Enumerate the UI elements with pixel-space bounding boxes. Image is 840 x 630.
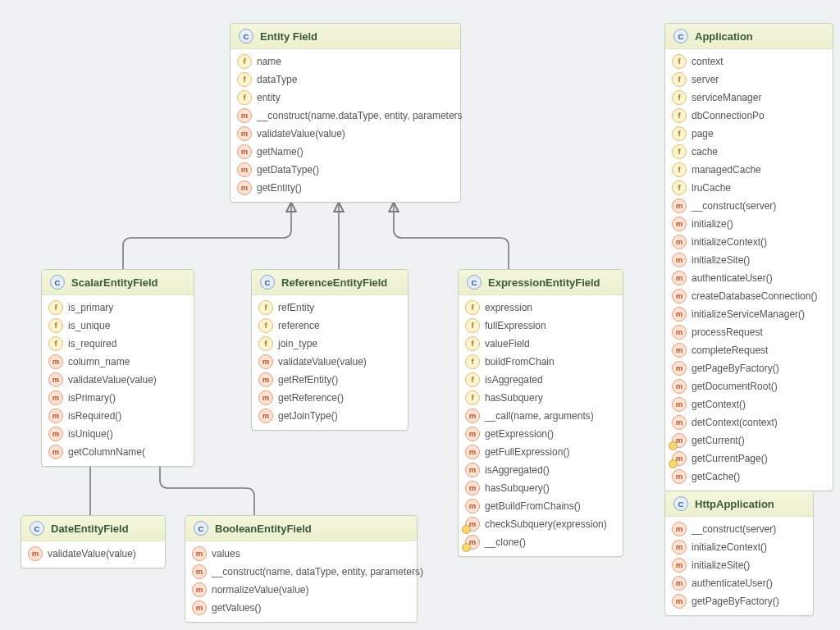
field-member[interactable]: fis_unique: [47, 317, 189, 335]
field-member[interactable]: fcontext: [670, 52, 828, 71]
field-member[interactable]: ffullExpression: [463, 317, 618, 335]
method-member[interactable]: mgetDocumentRoot(): [670, 377, 828, 395]
field-member[interactable]: fvalueField: [463, 335, 618, 353]
class-entityField[interactable]: CEntity FieldfnamefdataTypefentitym__con…: [230, 23, 461, 203]
method-member[interactable]: minitializeServiceManager(): [670, 305, 828, 323]
method-member[interactable]: mgetCurrent(): [670, 431, 828, 450]
field-member[interactable]: freference: [257, 317, 403, 335]
field-member[interactable]: flruCache: [670, 179, 828, 197]
method-member[interactable]: mdetContext(context): [670, 413, 828, 431]
method-member[interactable]: mprocessRequest: [670, 323, 828, 341]
method-member[interactable]: mvalidateValue(value): [26, 545, 160, 563]
field-member[interactable]: fmanagedCache: [670, 161, 828, 179]
method-member[interactable]: mgetJoinType(): [257, 407, 403, 425]
field-member[interactable]: fis_primary: [47, 299, 189, 317]
class-date[interactable]: CDateEntityFieldmvalidateValue(value): [21, 515, 166, 568]
field-member[interactable]: fisAggregated: [463, 371, 618, 389]
method-member[interactable]: mvalidateValue(value): [47, 371, 189, 389]
method-member[interactable]: m__call(name, arguments): [463, 407, 618, 425]
method-member[interactable]: minitializeSite(): [670, 251, 828, 269]
method-member[interactable]: m__construct(name, dataType, entity, par…: [190, 563, 412, 581]
method-member[interactable]: mvalues: [190, 545, 412, 563]
method-member[interactable]: misPrimary(): [47, 389, 189, 407]
method-member[interactable]: mvalidateValue(value): [257, 353, 403, 371]
class-boolean[interactable]: CBooleanEntityFieldmvaluesm__construct(n…: [185, 515, 418, 623]
method-member[interactable]: m__construct(name.dataType, entity, para…: [235, 107, 455, 125]
member-label: getRefEntity(): [278, 373, 338, 386]
class-header[interactable]: CApplication: [665, 24, 833, 49]
field-member[interactable]: fexpression: [463, 299, 618, 317]
field-member[interactable]: fpage: [670, 125, 828, 143]
field-member[interactable]: fhasSubquery: [463, 389, 618, 407]
method-member[interactable]: mcompleteRequest: [670, 341, 828, 359]
field-member[interactable]: fserviceManager: [670, 89, 828, 107]
field-member[interactable]: frefEntity: [257, 299, 403, 317]
field-member[interactable]: fbuildFromChain: [463, 353, 618, 371]
method-member[interactable]: misUnique(): [47, 425, 189, 443]
method-member[interactable]: mgetPageByFactory(): [670, 592, 808, 610]
field-member[interactable]: fjoin_type: [257, 335, 403, 353]
field-member[interactable]: fcache: [670, 143, 828, 161]
method-member[interactable]: mvalidateValue(value): [235, 125, 455, 143]
method-member[interactable]: mcheckSubquery(expression): [463, 515, 618, 533]
class-header[interactable]: CReferenceEntityField: [252, 270, 408, 295]
method-member[interactable]: m__construct(server): [670, 520, 808, 538]
class-header[interactable]: CHttpApplication: [665, 491, 813, 517]
class-scalar[interactable]: CScalarEntityFieldfis_primaryfis_uniquef…: [41, 269, 194, 467]
class-header[interactable]: CExpressionEntityField: [459, 270, 623, 295]
member-label: page: [692, 127, 714, 140]
method-member[interactable]: misAggregated(): [463, 461, 618, 479]
class-title: DateEntityField: [51, 523, 129, 535]
method-member[interactable]: mgetPageByFactory(): [670, 359, 828, 377]
method-member[interactable]: mgetRefEntity(): [257, 371, 403, 389]
field-member[interactable]: fdbConnectionPo: [670, 107, 828, 125]
field-icon: f: [465, 390, 480, 405]
method-icon: m: [237, 108, 252, 123]
field-member[interactable]: fserver: [670, 71, 828, 89]
field-member[interactable]: fentity: [235, 89, 455, 107]
field-member[interactable]: fdataType: [235, 71, 455, 89]
method-member[interactable]: mnormalizeValue(value): [190, 581, 412, 599]
method-member[interactable]: mauthenticateUser(): [670, 269, 828, 287]
method-member[interactable]: minitializeContext(): [670, 538, 808, 556]
method-icon: m: [237, 126, 252, 141]
method-member[interactable]: mgetColumnName(: [47, 443, 189, 461]
method-member[interactable]: minitializeSite(): [670, 556, 808, 574]
method-member[interactable]: mgetDataType(): [235, 161, 455, 179]
field-icon: f: [48, 300, 63, 315]
member-label: getName(): [257, 145, 304, 158]
method-member[interactable]: mgetFullExpression(): [463, 443, 618, 461]
method-member[interactable]: mhasSubquery(): [463, 479, 618, 497]
field-icon: f: [48, 336, 63, 351]
method-icon: m: [258, 354, 273, 369]
class-httpApp[interactable]: CHttpApplicationm__construct(server)mini…: [664, 491, 814, 616]
class-header[interactable]: CDateEntityField: [21, 516, 165, 541]
method-member[interactable]: mcolumn_name: [47, 353, 189, 371]
method-member[interactable]: minitialize(): [670, 215, 828, 233]
class-application[interactable]: CApplicationfcontextfserverfserviceManag…: [664, 23, 833, 491]
method-member[interactable]: mgetCache(): [670, 468, 828, 486]
method-member[interactable]: mcreateDatabaseConnection(): [670, 287, 828, 305]
class-header[interactable]: CBooleanEntityField: [185, 516, 417, 541]
method-member[interactable]: mgetBuildFromChains(): [463, 497, 618, 515]
method-member[interactable]: m__clone(): [463, 533, 618, 551]
field-icon: f: [672, 144, 687, 159]
method-member[interactable]: mgetReference(): [257, 389, 403, 407]
method-member[interactable]: m__construct(server): [670, 197, 828, 215]
method-member[interactable]: mgetName(): [235, 143, 455, 161]
method-member[interactable]: mgetEntity(): [235, 179, 455, 197]
method-member[interactable]: mgetCurrentPage(): [670, 450, 828, 468]
method-member[interactable]: misRequired(): [47, 407, 189, 425]
method-member[interactable]: mgetContext(): [670, 395, 828, 413]
method-member[interactable]: mauthenticateUser(): [670, 574, 808, 592]
class-reference[interactable]: CReferenceEntityFieldfrefEntityfreferenc…: [251, 269, 409, 431]
member-label: initializeContext(): [692, 235, 767, 249]
method-member[interactable]: minitializeContext(): [670, 233, 828, 251]
field-member[interactable]: fname: [235, 52, 455, 71]
method-member[interactable]: mgetValues(): [190, 599, 412, 617]
class-header[interactable]: CScalarEntityField: [42, 270, 194, 295]
class-header[interactable]: CEntity Field: [231, 24, 460, 49]
field-member[interactable]: fis_required: [47, 335, 189, 353]
method-member[interactable]: mgetExpression(): [463, 425, 618, 443]
class-expression[interactable]: CExpressionEntityFieldfexpressionffullEx…: [458, 269, 623, 557]
